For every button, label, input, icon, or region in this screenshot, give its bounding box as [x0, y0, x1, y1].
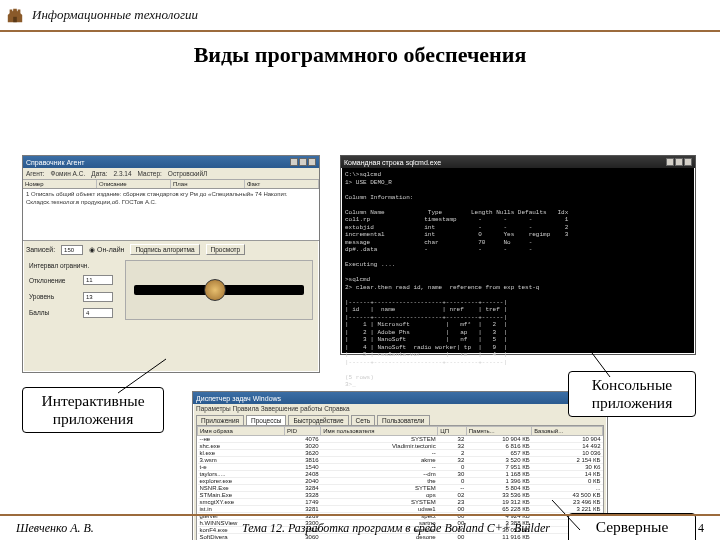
- interval-label: Интервал ограничн.: [29, 262, 113, 269]
- level-field[interactable]: 13: [83, 292, 113, 302]
- svg-line-2: [580, 337, 610, 377]
- window-title-text: Справочник Агент: [26, 159, 84, 166]
- table-row[interactable]: taylors.....2408--dm301 168 КБ14 КБ: [198, 471, 603, 478]
- tab-strip: ПриложенияПроцессыБыстродействиеСетьПоль…: [193, 413, 607, 425]
- grid-column-header[interactable]: Факт: [245, 180, 319, 188]
- console-output[interactable]: C:\>sqlcmd 1> USE DEMO_R Column Informat…: [341, 168, 695, 392]
- footer-author: Шевченко А. В.: [16, 521, 94, 536]
- date-label: Дата:: [91, 170, 107, 177]
- table-row[interactable]: t­-e1540--07 951 КБ30 Кб: [198, 464, 603, 471]
- footer-topic: Тема 12. Разработка программ в среде Bor…: [94, 521, 698, 536]
- content-area: Справочник Агент Агент: Фомин А.С. Дата:…: [0, 75, 720, 512]
- deviation-field[interactable]: 11: [83, 275, 113, 285]
- sign-button[interactable]: Подпись алгоритма: [130, 244, 199, 255]
- window-title-text: Командная строка sqlcmd.exe: [344, 159, 441, 166]
- maximize-icon[interactable]: [675, 158, 683, 166]
- minimize-icon[interactable]: [290, 158, 298, 166]
- tab[interactable]: Быстродействие: [288, 415, 348, 425]
- controls-row: Записей: 150 ◉ Он-лайн Подпись алгоритма…: [23, 241, 319, 258]
- table-row[interactable]: ist.in3281udwe10065 228 КБ3 221 КБ: [198, 506, 603, 513]
- window-buttons: [290, 158, 316, 166]
- preview-button[interactable]: Просмотр: [206, 244, 246, 255]
- radio-option[interactable]: ◉ Он-лайн: [89, 246, 124, 254]
- grid-header: НомерОписаниеПланФакт: [23, 180, 319, 189]
- deviation-label: Отклонение: [29, 277, 79, 284]
- castle-icon: [6, 6, 24, 24]
- console-window: Командная строка sqlcmd.exe C:\>sqlcmd 1…: [340, 155, 696, 355]
- window-titlebar: Справочник Агент: [23, 156, 319, 168]
- table-row[interactable]: --не4076SYSTEM3210 904 КБ10 904: [198, 436, 603, 443]
- grid-body[interactable]: 1 Описать общий объект издание: сборник …: [23, 189, 319, 241]
- window-titlebar: Диспетчер задач Windows: [193, 392, 607, 404]
- minimize-icon[interactable]: [666, 158, 674, 166]
- maximize-icon[interactable]: [299, 158, 307, 166]
- close-icon[interactable]: [684, 158, 692, 166]
- table-row[interactable]: smcgtXY.exe1749SYSTEM2319 312 КБ23 496 К…: [198, 499, 603, 506]
- agent-label: Агент:: [26, 170, 45, 177]
- window-title-text: Диспетчер задач Windows: [196, 395, 281, 402]
- window-titlebar: Командная строка sqlcmd.exe: [341, 156, 695, 168]
- table-row[interactable]: 3.wsm3816akme323 520 КБ2 154 КБ: [198, 457, 603, 464]
- column-header[interactable]: PID: [285, 427, 321, 436]
- records-field[interactable]: 150: [61, 245, 83, 255]
- header-bar: Информационные технологии: [0, 0, 720, 32]
- header-title: Информационные технологии: [32, 7, 198, 23]
- footer-page: 4: [698, 521, 704, 536]
- agent-value: Фомин А.С.: [51, 170, 86, 177]
- tab[interactable]: Сеть: [351, 415, 375, 425]
- column-header[interactable]: Имя пользователя: [321, 427, 438, 436]
- gui-application-window: Справочник Агент Агент: Фомин А.С. Дата:…: [22, 155, 320, 373]
- tab[interactable]: Пользователи: [377, 415, 429, 425]
- grid-column-header[interactable]: Описание: [97, 180, 171, 188]
- column-header[interactable]: Базовый...: [532, 427, 603, 436]
- balls-label: Баллы: [29, 309, 79, 316]
- table-row[interactable]: STMain.Exe3328ops0233 536 КБ43 500 KB: [198, 492, 603, 499]
- table-row[interactable]: NSNR.Exe3284SYTEM--5 804 КБ...: [198, 485, 603, 492]
- slider-knob[interactable]: [204, 279, 226, 301]
- slider-widget[interactable]: [125, 260, 313, 320]
- records-label: Записей:: [26, 246, 55, 253]
- toolbar: Агент: Фомин А.С. Дата: 2.3.14 Мастер: О…: [23, 168, 319, 180]
- master-label: Мастер:: [138, 170, 162, 177]
- page-title: Виды программного обеспечения: [0, 42, 720, 68]
- callout-interactive: Интерактивные приложения: [22, 387, 164, 433]
- master-value: ОстровскийЛ: [168, 170, 208, 177]
- callout-console: Консольные приложения: [568, 371, 696, 417]
- column-header[interactable]: Память...: [466, 427, 531, 436]
- footer: Шевченко А. В. Тема 12. Разработка прогр…: [0, 514, 720, 540]
- table-row[interactable]: explorer.exe2040the01 396 КБ0 КБ: [198, 478, 603, 485]
- column-header[interactable]: ЦП: [438, 427, 467, 436]
- table-row[interactable]: shc.exe3020Vladimir.tectonic326 816 КБ14…: [198, 443, 603, 450]
- svg-line-1: [118, 359, 166, 393]
- table-row[interactable]: kl.exe3620--­2657 КБ10 036: [198, 450, 603, 457]
- grid-column-header[interactable]: План: [171, 180, 245, 188]
- grid-column-header[interactable]: Номер: [23, 180, 97, 188]
- callout-pointer: [118, 359, 178, 393]
- tab[interactable]: Приложения: [196, 415, 244, 425]
- column-header[interactable]: Имя образа: [198, 427, 285, 436]
- close-icon[interactable]: [308, 158, 316, 166]
- menu-bar[interactable]: Параметры Правила Завершение работы Спра…: [193, 404, 607, 413]
- balls-field[interactable]: 4: [83, 308, 113, 318]
- svg-rect-0: [13, 17, 17, 22]
- tab[interactable]: Процессы: [246, 415, 286, 425]
- callout-pointer: [580, 337, 630, 377]
- date-value: 2.3.14: [113, 170, 131, 177]
- level-label: Уровень: [29, 293, 79, 300]
- field-group: Интервал ограничн. Отклонение 11 Уровень…: [23, 258, 119, 322]
